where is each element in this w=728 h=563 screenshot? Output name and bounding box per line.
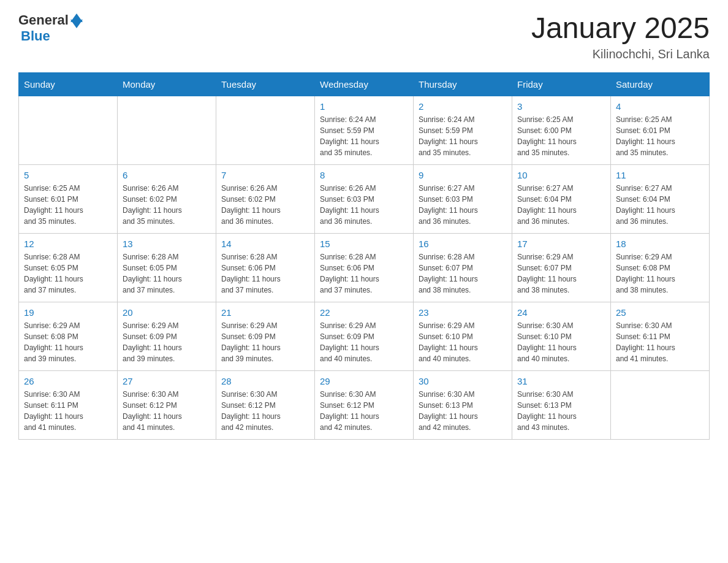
calendar-cell: 12Sunrise: 6:28 AM Sunset: 6:05 PM Dayli…: [19, 233, 118, 302]
day-number: 3: [517, 101, 605, 112]
logo-general-text: General: [18, 12, 69, 28]
day-number: 18: [616, 239, 704, 249]
week-row-3: 12Sunrise: 6:28 AM Sunset: 6:05 PM Dayli…: [19, 233, 710, 302]
day-number: 10: [517, 170, 605, 180]
calendar-cell: 26Sunrise: 6:30 AM Sunset: 6:11 PM Dayli…: [19, 370, 118, 439]
day-number: 26: [24, 376, 112, 386]
page-header: General Blue January 2025 Kilinochchi, S…: [18, 12, 710, 61]
day-number: 16: [419, 239, 507, 249]
calendar-cell: 23Sunrise: 6:29 AM Sunset: 6:10 PM Dayli…: [414, 302, 512, 370]
day-info: Sunrise: 6:30 AM Sunset: 6:10 PM Dayligh…: [517, 320, 605, 364]
calendar-cell: 30Sunrise: 6:30 AM Sunset: 6:13 PM Dayli…: [414, 370, 512, 439]
calendar-cell: [19, 96, 118, 164]
day-info: Sunrise: 6:25 AM Sunset: 6:01 PM Dayligh…: [616, 114, 704, 158]
calendar-body: 1Sunrise: 6:24 AM Sunset: 5:59 PM Daylig…: [19, 96, 710, 439]
day-number: 9: [419, 170, 507, 180]
calendar-subtitle: Kilinochchi, Sri Lanka: [531, 47, 710, 61]
day-info: Sunrise: 6:29 AM Sunset: 6:07 PM Dayligh…: [517, 251, 605, 296]
calendar-table: Sunday Monday Tuesday Wednesday Thursday…: [18, 72, 710, 440]
header-saturday: Saturday: [611, 72, 710, 96]
day-number: 6: [123, 170, 211, 180]
calendar-cell: 18Sunrise: 6:29 AM Sunset: 6:08 PM Dayli…: [611, 233, 710, 302]
day-number: 27: [123, 376, 211, 386]
day-number: 15: [320, 239, 408, 249]
day-number: 21: [221, 307, 309, 318]
day-number: 19: [24, 307, 112, 318]
calendar-cell: 10Sunrise: 6:27 AM Sunset: 6:04 PM Dayli…: [512, 164, 611, 233]
header-wednesday: Wednesday: [315, 72, 414, 96]
day-info: Sunrise: 6:30 AM Sunset: 6:12 PM Dayligh…: [221, 389, 309, 433]
calendar-cell: 21Sunrise: 6:29 AM Sunset: 6:09 PM Dayli…: [216, 302, 315, 370]
logo-blue-text: Blue: [21, 28, 50, 44]
calendar-cell: 4Sunrise: 6:25 AM Sunset: 6:01 PM Daylig…: [611, 96, 710, 164]
day-number: 2: [419, 101, 507, 112]
header-monday: Monday: [118, 72, 216, 96]
calendar-cell: 7Sunrise: 6:26 AM Sunset: 6:02 PM Daylig…: [216, 164, 315, 233]
day-number: 29: [320, 376, 408, 386]
calendar-cell: 27Sunrise: 6:30 AM Sunset: 6:12 PM Dayli…: [118, 370, 216, 439]
day-number: 12: [24, 239, 112, 249]
calendar-cell: 13Sunrise: 6:28 AM Sunset: 6:05 PM Dayli…: [118, 233, 216, 302]
day-info: Sunrise: 6:24 AM Sunset: 5:59 PM Dayligh…: [419, 114, 507, 158]
day-info: Sunrise: 6:29 AM Sunset: 6:09 PM Dayligh…: [320, 320, 408, 364]
day-number: 25: [616, 307, 704, 318]
calendar-cell: 22Sunrise: 6:29 AM Sunset: 6:09 PM Dayli…: [315, 302, 414, 370]
day-number: 14: [221, 239, 309, 249]
calendar-cell: 19Sunrise: 6:29 AM Sunset: 6:08 PM Dayli…: [19, 302, 118, 370]
calendar-header: Sunday Monday Tuesday Wednesday Thursday…: [19, 72, 710, 96]
day-number: 5: [24, 170, 112, 180]
day-info: Sunrise: 6:26 AM Sunset: 6:03 PM Dayligh…: [320, 183, 408, 227]
day-number: 24: [517, 307, 605, 318]
calendar-cell: 16Sunrise: 6:28 AM Sunset: 6:07 PM Dayli…: [414, 233, 512, 302]
day-number: 17: [517, 239, 605, 249]
day-info: Sunrise: 6:27 AM Sunset: 6:03 PM Dayligh…: [419, 183, 507, 227]
header-sunday: Sunday: [19, 72, 118, 96]
calendar-cell: 17Sunrise: 6:29 AM Sunset: 6:07 PM Dayli…: [512, 233, 611, 302]
day-info: Sunrise: 6:25 AM Sunset: 6:00 PM Dayligh…: [517, 114, 605, 158]
day-number: 8: [320, 170, 408, 180]
calendar-cell: 3Sunrise: 6:25 AM Sunset: 6:00 PM Daylig…: [512, 96, 611, 164]
calendar-cell: 25Sunrise: 6:30 AM Sunset: 6:11 PM Dayli…: [611, 302, 710, 370]
day-number: 13: [123, 239, 211, 249]
day-number: 20: [123, 307, 211, 318]
day-info: Sunrise: 6:30 AM Sunset: 6:13 PM Dayligh…: [419, 389, 507, 433]
calendar-cell: 9Sunrise: 6:27 AM Sunset: 6:03 PM Daylig…: [414, 164, 512, 233]
calendar-cell: 8Sunrise: 6:26 AM Sunset: 6:03 PM Daylig…: [315, 164, 414, 233]
day-info: Sunrise: 6:29 AM Sunset: 6:08 PM Dayligh…: [616, 251, 704, 296]
day-number: 30: [419, 376, 507, 386]
day-number: 28: [221, 376, 309, 386]
day-info: Sunrise: 6:28 AM Sunset: 6:05 PM Dayligh…: [24, 251, 112, 296]
calendar-cell: 20Sunrise: 6:29 AM Sunset: 6:09 PM Dayli…: [118, 302, 216, 370]
calendar-cell: 5Sunrise: 6:25 AM Sunset: 6:01 PM Daylig…: [19, 164, 118, 233]
day-info: Sunrise: 6:25 AM Sunset: 6:01 PM Dayligh…: [24, 183, 112, 227]
calendar-cell: 14Sunrise: 6:28 AM Sunset: 6:06 PM Dayli…: [216, 233, 315, 302]
calendar-title: January 2025: [531, 12, 710, 45]
week-row-2: 5Sunrise: 6:25 AM Sunset: 6:01 PM Daylig…: [19, 164, 710, 233]
day-info: Sunrise: 6:29 AM Sunset: 6:09 PM Dayligh…: [123, 320, 211, 364]
day-number: 31: [517, 376, 605, 386]
calendar-cell: [216, 96, 315, 164]
week-row-5: 26Sunrise: 6:30 AM Sunset: 6:11 PM Dayli…: [19, 370, 710, 439]
day-info: Sunrise: 6:30 AM Sunset: 6:13 PM Dayligh…: [517, 389, 605, 433]
day-info: Sunrise: 6:26 AM Sunset: 6:02 PM Dayligh…: [221, 183, 309, 227]
day-number: 1: [320, 101, 408, 112]
day-number: 22: [320, 307, 408, 318]
header-friday: Friday: [512, 72, 611, 96]
calendar-cell: 11Sunrise: 6:27 AM Sunset: 6:04 PM Dayli…: [611, 164, 710, 233]
logo: General Blue: [18, 12, 83, 44]
header-tuesday: Tuesday: [216, 72, 315, 96]
day-info: Sunrise: 6:30 AM Sunset: 6:11 PM Dayligh…: [24, 389, 112, 433]
calendar-cell: 2Sunrise: 6:24 AM Sunset: 5:59 PM Daylig…: [414, 96, 512, 164]
day-info: Sunrise: 6:24 AM Sunset: 5:59 PM Dayligh…: [320, 114, 408, 158]
day-info: Sunrise: 6:27 AM Sunset: 6:04 PM Dayligh…: [616, 183, 704, 227]
day-info: Sunrise: 6:29 AM Sunset: 6:08 PM Dayligh…: [24, 320, 112, 364]
calendar-cell: 1Sunrise: 6:24 AM Sunset: 5:59 PM Daylig…: [315, 96, 414, 164]
day-number: 7: [221, 170, 309, 180]
week-row-4: 19Sunrise: 6:29 AM Sunset: 6:08 PM Dayli…: [19, 302, 710, 370]
day-info: Sunrise: 6:30 AM Sunset: 6:12 PM Dayligh…: [123, 389, 211, 433]
day-info: Sunrise: 6:27 AM Sunset: 6:04 PM Dayligh…: [517, 183, 605, 227]
day-number: 11: [616, 170, 704, 180]
day-number: 23: [419, 307, 507, 318]
day-info: Sunrise: 6:26 AM Sunset: 6:02 PM Dayligh…: [123, 183, 211, 227]
calendar-cell: 15Sunrise: 6:28 AM Sunset: 6:06 PM Dayli…: [315, 233, 414, 302]
